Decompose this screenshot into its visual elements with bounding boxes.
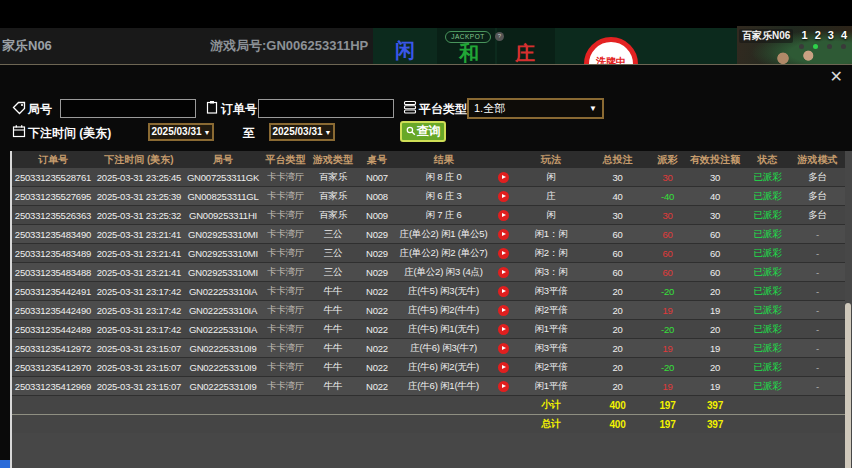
- tie-bet-label[interactable]: 和: [459, 40, 479, 64]
- chevron-down-icon: ▼: [325, 129, 332, 136]
- player-bet-label[interactable]: 闲: [395, 37, 415, 64]
- table-row: 2503312354424902025-03-31 23:17:42GN0222…: [12, 301, 845, 320]
- subtotal-total-bet: 400: [585, 396, 650, 415]
- search-button-label: 查询: [417, 124, 441, 138]
- cell-mode: -: [790, 320, 845, 339]
- col-header-2: 局号: [184, 151, 262, 168]
- camera-numbers[interactable]: 1 2 3 4: [802, 29, 848, 41]
- replay-play-icon[interactable]: [498, 305, 509, 316]
- cell-round: GN029253310MI: [184, 244, 262, 263]
- camera-dot: [827, 44, 832, 49]
- round-input[interactable]: [60, 99, 196, 118]
- cell-mode: -: [790, 225, 845, 244]
- cell-platform: 卡卡湾厅: [262, 282, 309, 301]
- camera-dot: [799, 44, 804, 49]
- cell-table-no: N022: [357, 377, 397, 396]
- tag-icon: [12, 101, 26, 115]
- cell-status: 已派彩: [745, 301, 790, 320]
- cell-round: GN007253311GK: [184, 168, 262, 187]
- cell-result: 闲 6 庄 3: [397, 187, 490, 206]
- replay-play-icon[interactable]: [498, 324, 509, 335]
- banker-bet-label[interactable]: 庄: [515, 40, 535, 64]
- replay-play-icon[interactable]: [498, 343, 509, 354]
- cell-bet-type: 闲2平倍: [517, 358, 585, 377]
- cell-total-bet: 20: [585, 377, 650, 396]
- camera-2[interactable]: 2: [815, 29, 821, 41]
- replay-play-icon[interactable]: [498, 172, 509, 183]
- total-row: 总计 400 197 397: [12, 415, 845, 434]
- replay-play-icon[interactable]: [498, 267, 509, 278]
- camera-4[interactable]: 4: [841, 29, 847, 41]
- cell-order: 250331235412969: [12, 377, 94, 396]
- replay-play-icon[interactable]: [498, 286, 509, 297]
- cell-total-bet: 20: [585, 301, 650, 320]
- cell-table-no: N007: [357, 168, 397, 187]
- camera-3[interactable]: 3: [828, 29, 834, 41]
- cell-payout: -20: [650, 358, 685, 377]
- replay-play-icon[interactable]: [498, 210, 509, 221]
- cell-bet-type: 闲1平倍: [517, 377, 585, 396]
- cell-mode: -: [790, 263, 845, 282]
- cell-play: [490, 244, 517, 263]
- close-icon[interactable]: ✕: [830, 69, 843, 85]
- total-spacer: [12, 415, 517, 434]
- cell-platform: 卡卡湾厅: [262, 377, 309, 396]
- cell-mode: 多台: [790, 187, 845, 206]
- cell-status: 已派彩: [745, 320, 790, 339]
- date-to-picker[interactable]: 2025/03/31▼: [269, 123, 335, 141]
- total-spacer: [745, 415, 845, 434]
- cell-valid-bet: 20: [685, 320, 745, 339]
- platform-select[interactable]: 1.全部 ▼: [467, 98, 604, 119]
- table-row: 2503312354834902025-03-31 23:21:41GN0292…: [12, 225, 845, 244]
- cell-valid-bet: 60: [685, 225, 745, 244]
- search-button[interactable]: 查询: [400, 121, 446, 142]
- cell-order: 250331235526363: [12, 206, 94, 225]
- cell-round: GN022253310I9: [184, 358, 262, 377]
- help-icon[interactable]: ?: [495, 32, 504, 41]
- cell-payout: 60: [650, 244, 685, 263]
- cell-result: 庄(牛6) 闲1(牛牛): [397, 377, 490, 396]
- cell-play: [490, 263, 517, 282]
- cell-platform: 卡卡湾厅: [262, 339, 309, 358]
- cell-total-bet: 40: [585, 187, 650, 206]
- cell-game-type: 三公: [309, 263, 357, 282]
- chevron-down-icon: ▼: [589, 100, 597, 117]
- cell-payout: -40: [650, 187, 685, 206]
- col-header-play: [490, 151, 517, 168]
- date-from-picker[interactable]: 2025/03/31▼: [148, 123, 214, 141]
- chevron-down-icon: ▼: [204, 129, 211, 136]
- replay-play-icon[interactable]: [498, 248, 509, 259]
- live-video-thumbnail[interactable]: 百家乐N06 1 2 3 4: [737, 26, 852, 64]
- cell-time: 2025-03-31 23:17:42: [94, 282, 184, 301]
- cell-total-bet: 60: [585, 244, 650, 263]
- cell-time: 2025-03-31 23:25:39: [94, 187, 184, 206]
- cell-valid-bet: 19: [685, 339, 745, 358]
- cell-platform: 卡卡湾厅: [262, 263, 309, 282]
- replay-play-icon[interactable]: [498, 381, 509, 392]
- camera-1[interactable]: 1: [802, 29, 808, 41]
- cell-bet-type: 闲3平倍: [517, 282, 585, 301]
- col-header-11: 状态: [745, 151, 790, 168]
- video-table-title: 百家乐N06: [739, 29, 793, 43]
- replay-play-icon[interactable]: [498, 229, 509, 240]
- order-input[interactable]: [258, 99, 394, 118]
- table-header-row: 订单号下注时间 (美东)局号平台类型游戏类型桌号结果玩法总投注派彩有效投注额状态…: [12, 151, 845, 168]
- cell-total-bet: 30: [585, 168, 650, 187]
- subtotal-spacer: [12, 396, 517, 415]
- table-row: 2503312354129722025-03-31 23:15:07GN0222…: [12, 339, 845, 358]
- vertical-scrollbar-thumb[interactable]: [845, 303, 851, 468]
- col-header-8: 总投注: [585, 151, 650, 168]
- cell-time: 2025-03-31 23:25:32: [94, 206, 184, 225]
- cell-result: 庄(单公2) 闲3 (4点): [397, 263, 490, 282]
- platform-select-value: 1.全部: [474, 102, 505, 114]
- cell-round: GN029253310MI: [184, 225, 262, 244]
- cell-round: GN022253310I9: [184, 339, 262, 358]
- replay-play-icon[interactable]: [498, 191, 509, 202]
- cell-play: [490, 358, 517, 377]
- cell-time: 2025-03-31 23:17:42: [94, 320, 184, 339]
- cell-play: [490, 206, 517, 225]
- cell-order: 250331235483488: [12, 263, 94, 282]
- cell-play: [490, 339, 517, 358]
- clipboard-icon: [205, 100, 219, 114]
- replay-play-icon[interactable]: [498, 362, 509, 373]
